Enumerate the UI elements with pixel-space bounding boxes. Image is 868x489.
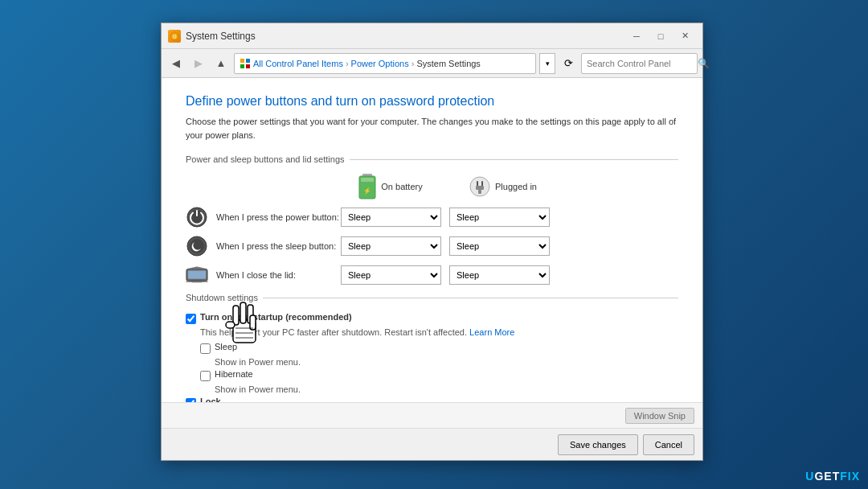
sleep-button-icon [186, 235, 208, 257]
svg-rect-4 [240, 64, 244, 68]
hibernate-power-menu-checkbox[interactable] [200, 371, 211, 381]
lock-row: Lock [186, 397, 678, 402]
lid-row: When I close the lid: Do nothing Sleep H… [186, 264, 678, 286]
svg-rect-3 [246, 59, 250, 63]
plugged-in-header: Plugged in [451, 176, 555, 197]
hibernate-power-menu-label: Hibernate [215, 369, 253, 379]
power-button-battery-select[interactable]: Do nothing Sleep Hibernate Shut down Tur… [341, 208, 441, 227]
breadcrumb-sep-1: › [346, 59, 349, 68]
sleep-button-battery-select[interactable]: Do nothing Sleep Hibernate Shut down [341, 236, 441, 256]
window-icon: ⚙ [168, 30, 181, 43]
lid-plugged-select[interactable]: Do nothing Sleep Hibernate Shut down [449, 265, 550, 285]
breadcrumb-bar: All Control Panel Items › Power Options … [234, 53, 536, 74]
page-title: Define power buttons and turn on passwor… [186, 94, 678, 109]
svg-rect-8 [361, 178, 374, 182]
sleep-power-menu-label: Sleep [215, 342, 237, 351]
snip-area: Window Snip [162, 402, 702, 428]
close-button[interactable]: ✕ [674, 28, 696, 44]
battery-icon: ⚡ [358, 174, 376, 199]
hibernate-sub: Show in Power menu. [215, 384, 678, 394]
sleep-button-label: When I press the sleep button: [216, 241, 341, 251]
hibernate-power-menu-row: Hibernate [200, 369, 678, 381]
up-button[interactable]: ▲ [211, 54, 231, 73]
power-button-selects: Do nothing Sleep Hibernate Shut down Tur… [341, 208, 550, 227]
svg-rect-5 [246, 64, 250, 68]
watermark-fix: FIX [840, 470, 860, 483]
window-snip-button[interactable]: Window Snip [625, 408, 694, 424]
lock-label: Lock [200, 397, 221, 402]
svg-rect-2 [240, 59, 244, 63]
sleep-power-menu-row: Sleep [200, 342, 678, 354]
forward-button[interactable]: ▶ [189, 54, 208, 73]
window-controls: ─ □ ✕ [625, 28, 696, 44]
breadcrumb-current: System Settings [416, 59, 480, 68]
control-panel-icon [240, 58, 251, 69]
breadcrumb-all-items[interactable]: All Control Panel Items [253, 59, 343, 68]
breadcrumb-power-options[interactable]: Power Options [351, 59, 409, 68]
breadcrumb-sep-2: › [411, 59, 415, 68]
power-button-row: When I press the power button: Do nothin… [186, 206, 678, 228]
main-window: ⚙ System Settings ─ □ ✕ ◀ ▶ ▲ All Contro… [161, 23, 703, 461]
svg-rect-14 [478, 190, 481, 194]
lid-icon [186, 264, 208, 286]
refresh-button[interactable]: ⟳ [559, 54, 578, 73]
sleep-power-menu-checkbox[interactable] [200, 343, 211, 354]
svg-text:⚡: ⚡ [363, 187, 371, 195]
sleep-button-row: When I press the sleep button: Do nothin… [186, 235, 678, 257]
search-icon: 🔍 [698, 58, 710, 69]
footer: Save changes Cancel [162, 428, 702, 460]
window-title: System Settings [186, 31, 625, 42]
titlebar: ⚙ System Settings ─ □ ✕ [162, 23, 702, 49]
shutdown-section-header: Shutdown settings [186, 293, 678, 302]
watermark-u: U [805, 470, 814, 483]
column-headers: ⚡ On battery Plugged in [338, 174, 678, 199]
svg-text:⚙: ⚙ [172, 34, 177, 39]
lid-battery-select[interactable]: Do nothing Sleep Hibernate Shut down [341, 265, 441, 285]
svg-rect-20 [188, 270, 206, 278]
sleep-button-selects: Do nothing Sleep Hibernate Shut down Do … [341, 236, 550, 256]
sleep-sub: Show in Power menu. [215, 357, 678, 367]
fast-startup-checkbox[interactable] [186, 314, 196, 324]
on-battery-header: ⚡ On battery [338, 174, 443, 199]
back-button[interactable]: ◀ [166, 54, 186, 73]
watermark: UGETFIX [805, 470, 860, 483]
svg-rect-13 [476, 186, 484, 190]
sleep-button-plugged-select[interactable]: Do nothing Sleep Hibernate Shut down [449, 236, 550, 256]
save-changes-button[interactable]: Save changes [558, 434, 638, 455]
maximize-button[interactable]: □ [649, 28, 672, 44]
fast-startup-sub: This helps start your PC faster after sh… [200, 327, 678, 337]
power-sleep-section-header: Power and sleep buttons and lid settings [186, 154, 678, 164]
watermark-get: GET [814, 470, 840, 483]
power-button-label: When I press the power button: [216, 212, 341, 222]
lid-selects: Do nothing Sleep Hibernate Shut down Do … [341, 265, 550, 285]
cancel-button[interactable]: Cancel [643, 434, 694, 455]
minimize-button[interactable]: ─ [625, 28, 648, 44]
breadcrumb-dropdown[interactable]: ▾ [539, 53, 555, 74]
learn-more-link[interactable]: Learn More [469, 327, 514, 337]
power-button-plugged-select[interactable]: Do nothing Sleep Hibernate Shut down Tur… [449, 208, 550, 227]
power-button-icon [186, 206, 208, 228]
search-box: 🔍 [581, 53, 698, 74]
fast-startup-label: Turn on fast startup (recommended) [200, 312, 352, 322]
lid-label: When I close the lid: [216, 270, 341, 280]
navbar: ◀ ▶ ▲ All Control Panel Items › Power Op… [162, 49, 702, 78]
content-area: Define power buttons and turn on passwor… [162, 78, 702, 402]
plug-icon [469, 176, 490, 197]
page-description: Choose the power settings that you want … [186, 115, 678, 142]
fast-startup-row: Turn on fast startup (recommended) [186, 312, 678, 324]
search-input[interactable] [587, 59, 698, 68]
